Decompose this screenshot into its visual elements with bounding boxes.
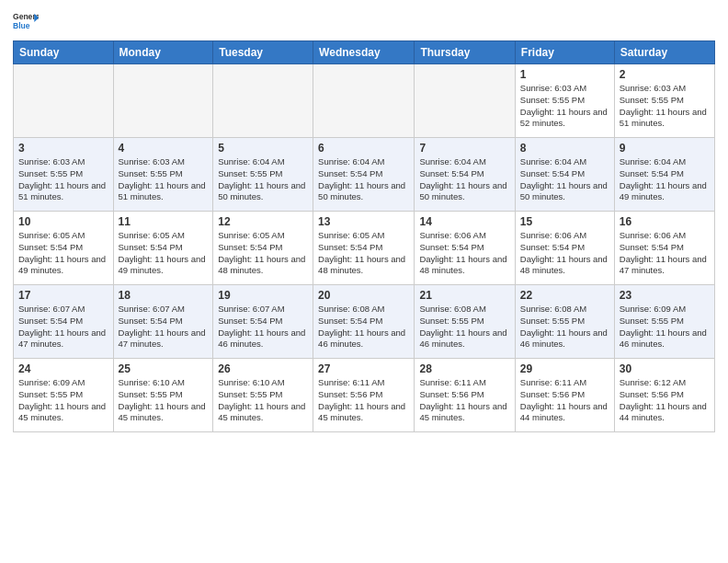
day-info: Sunrise: 6:03 AM Sunset: 5:55 PM Dayligh… — [620, 83, 710, 130]
calendar-cell: 13Sunrise: 6:05 AM Sunset: 5:54 PM Dayli… — [313, 212, 415, 285]
logo: General Blue — [13, 9, 39, 35]
weekday-header-monday: Monday — [113, 41, 213, 64]
day-number: 30 — [620, 362, 710, 375]
day-info: Sunrise: 6:05 AM Sunset: 5:54 PM Dayligh… — [119, 230, 209, 277]
day-info: Sunrise: 6:10 AM Sunset: 5:55 PM Dayligh… — [218, 377, 308, 424]
day-number: 17 — [18, 289, 108, 302]
calendar-cell: 30Sunrise: 6:12 AM Sunset: 5:56 PM Dayli… — [614, 359, 714, 432]
calendar-cell: 6Sunrise: 6:04 AM Sunset: 5:54 PM Daylig… — [313, 138, 415, 212]
weekday-header-row: SundayMondayTuesdayWednesdayThursdayFrid… — [14, 41, 715, 64]
calendar-cell: 29Sunrise: 6:11 AM Sunset: 5:56 PM Dayli… — [515, 359, 614, 432]
day-info: Sunrise: 6:11 AM Sunset: 5:56 PM Dayligh… — [419, 377, 509, 424]
day-number: 19 — [218, 289, 308, 302]
day-info: Sunrise: 6:08 AM Sunset: 5:55 PM Dayligh… — [419, 304, 509, 350]
day-info: Sunrise: 6:04 AM Sunset: 5:54 PM Dayligh… — [620, 156, 710, 203]
calendar-table: SundayMondayTuesdayWednesdayThursdayFrid… — [13, 40, 715, 432]
day-number: 7 — [419, 142, 509, 155]
weekday-header-friday: Friday — [515, 41, 614, 64]
day-info: Sunrise: 6:06 AM Sunset: 5:54 PM Dayligh… — [620, 230, 710, 277]
day-info: Sunrise: 6:05 AM Sunset: 5:54 PM Dayligh… — [318, 230, 409, 277]
day-number: 5 — [218, 142, 308, 155]
day-number: 25 — [119, 362, 209, 375]
day-number: 3 — [18, 142, 108, 155]
day-info: Sunrise: 6:07 AM Sunset: 5:54 PM Dayligh… — [218, 304, 308, 350]
calendar-cell: 4Sunrise: 6:03 AM Sunset: 5:55 PM Daylig… — [113, 138, 213, 212]
day-number: 26 — [218, 362, 308, 375]
day-info: Sunrise: 6:03 AM Sunset: 5:55 PM Dayligh… — [18, 156, 108, 203]
day-info: Sunrise: 6:03 AM Sunset: 5:55 PM Dayligh… — [520, 83, 609, 130]
day-info: Sunrise: 6:05 AM Sunset: 5:54 PM Dayligh… — [218, 230, 308, 277]
calendar-cell: 26Sunrise: 6:10 AM Sunset: 5:55 PM Dayli… — [213, 359, 313, 432]
calendar-cell: 8Sunrise: 6:04 AM Sunset: 5:54 PM Daylig… — [515, 138, 614, 212]
day-number: 15 — [520, 215, 609, 228]
weekday-header-wednesday: Wednesday — [313, 41, 415, 64]
calendar-cell: 1Sunrise: 6:03 AM Sunset: 5:55 PM Daylig… — [515, 64, 614, 138]
calendar-cell: 27Sunrise: 6:11 AM Sunset: 5:56 PM Dayli… — [313, 359, 415, 432]
day-number: 29 — [520, 362, 609, 375]
calendar-cell: 9Sunrise: 6:04 AM Sunset: 5:54 PM Daylig… — [614, 138, 714, 212]
day-info: Sunrise: 6:10 AM Sunset: 5:55 PM Dayligh… — [119, 377, 209, 424]
day-number: 20 — [318, 289, 409, 302]
day-number: 24 — [18, 362, 108, 375]
calendar-cell — [313, 64, 415, 138]
calendar-cell — [14, 64, 114, 138]
day-info: Sunrise: 6:04 AM Sunset: 5:54 PM Dayligh… — [520, 156, 609, 203]
day-number: 11 — [119, 215, 209, 228]
day-number: 1 — [520, 68, 609, 81]
calendar-cell: 16Sunrise: 6:06 AM Sunset: 5:54 PM Dayli… — [614, 212, 714, 285]
weekday-header-thursday: Thursday — [415, 41, 515, 64]
page: General Blue SundayMondayTuesdayWednesda… — [0, 0, 728, 563]
day-number: 16 — [620, 215, 710, 228]
calendar-cell: 20Sunrise: 6:08 AM Sunset: 5:54 PM Dayli… — [313, 285, 415, 359]
day-number: 4 — [119, 142, 209, 155]
calendar-cell — [113, 64, 213, 138]
calendar-cell: 18Sunrise: 6:07 AM Sunset: 5:54 PM Dayli… — [113, 285, 213, 359]
calendar-cell: 12Sunrise: 6:05 AM Sunset: 5:54 PM Dayli… — [213, 212, 313, 285]
day-number: 13 — [318, 215, 409, 228]
header: General Blue — [13, 9, 715, 35]
calendar-cell: 25Sunrise: 6:10 AM Sunset: 5:55 PM Dayli… — [113, 359, 213, 432]
day-info: Sunrise: 6:05 AM Sunset: 5:54 PM Dayligh… — [18, 230, 108, 277]
week-row-3: 10Sunrise: 6:05 AM Sunset: 5:54 PM Dayli… — [14, 212, 715, 285]
weekday-header-sunday: Sunday — [14, 41, 114, 64]
day-number: 2 — [620, 68, 710, 81]
calendar-cell: 3Sunrise: 6:03 AM Sunset: 5:55 PM Daylig… — [14, 138, 114, 212]
day-number: 23 — [620, 289, 710, 302]
day-info: Sunrise: 6:04 AM Sunset: 5:54 PM Dayligh… — [318, 156, 409, 203]
day-number: 8 — [520, 142, 609, 155]
week-row-1: 1Sunrise: 6:03 AM Sunset: 5:55 PM Daylig… — [14, 64, 715, 138]
week-row-5: 24Sunrise: 6:09 AM Sunset: 5:55 PM Dayli… — [14, 359, 715, 432]
day-info: Sunrise: 6:07 AM Sunset: 5:54 PM Dayligh… — [18, 304, 108, 350]
day-info: Sunrise: 6:06 AM Sunset: 5:54 PM Dayligh… — [520, 230, 609, 277]
weekday-header-tuesday: Tuesday — [213, 41, 313, 64]
day-info: Sunrise: 6:04 AM Sunset: 5:54 PM Dayligh… — [419, 156, 509, 203]
week-row-2: 3Sunrise: 6:03 AM Sunset: 5:55 PM Daylig… — [14, 138, 715, 212]
calendar-cell: 23Sunrise: 6:09 AM Sunset: 5:55 PM Dayli… — [614, 285, 714, 359]
calendar-cell: 11Sunrise: 6:05 AM Sunset: 5:54 PM Dayli… — [113, 212, 213, 285]
day-info: Sunrise: 6:03 AM Sunset: 5:55 PM Dayligh… — [119, 156, 209, 203]
calendar-cell: 10Sunrise: 6:05 AM Sunset: 5:54 PM Dayli… — [14, 212, 114, 285]
calendar-cell: 21Sunrise: 6:08 AM Sunset: 5:55 PM Dayli… — [415, 285, 515, 359]
day-number: 27 — [318, 362, 409, 375]
day-info: Sunrise: 6:12 AM Sunset: 5:56 PM Dayligh… — [620, 377, 710, 424]
calendar-cell — [213, 64, 313, 138]
svg-text:Blue: Blue — [13, 21, 30, 30]
day-info: Sunrise: 6:11 AM Sunset: 5:56 PM Dayligh… — [520, 377, 609, 424]
calendar-cell — [415, 64, 515, 138]
calendar-cell: 5Sunrise: 6:04 AM Sunset: 5:55 PM Daylig… — [213, 138, 313, 212]
calendar-cell: 24Sunrise: 6:09 AM Sunset: 5:55 PM Dayli… — [14, 359, 114, 432]
day-number: 22 — [520, 289, 609, 302]
day-info: Sunrise: 6:07 AM Sunset: 5:54 PM Dayligh… — [119, 304, 209, 350]
day-info: Sunrise: 6:09 AM Sunset: 5:55 PM Dayligh… — [18, 377, 108, 424]
calendar-cell: 14Sunrise: 6:06 AM Sunset: 5:54 PM Dayli… — [415, 212, 515, 285]
calendar-cell: 2Sunrise: 6:03 AM Sunset: 5:55 PM Daylig… — [614, 64, 714, 138]
calendar-cell: 15Sunrise: 6:06 AM Sunset: 5:54 PM Dayli… — [515, 212, 614, 285]
day-number: 18 — [119, 289, 209, 302]
day-number: 10 — [18, 215, 108, 228]
day-info: Sunrise: 6:08 AM Sunset: 5:54 PM Dayligh… — [318, 304, 409, 350]
day-number: 6 — [318, 142, 409, 155]
day-number: 28 — [419, 362, 509, 375]
logo-icon: General Blue — [13, 9, 39, 35]
weekday-header-saturday: Saturday — [614, 41, 714, 64]
day-info: Sunrise: 6:06 AM Sunset: 5:54 PM Dayligh… — [419, 230, 509, 277]
